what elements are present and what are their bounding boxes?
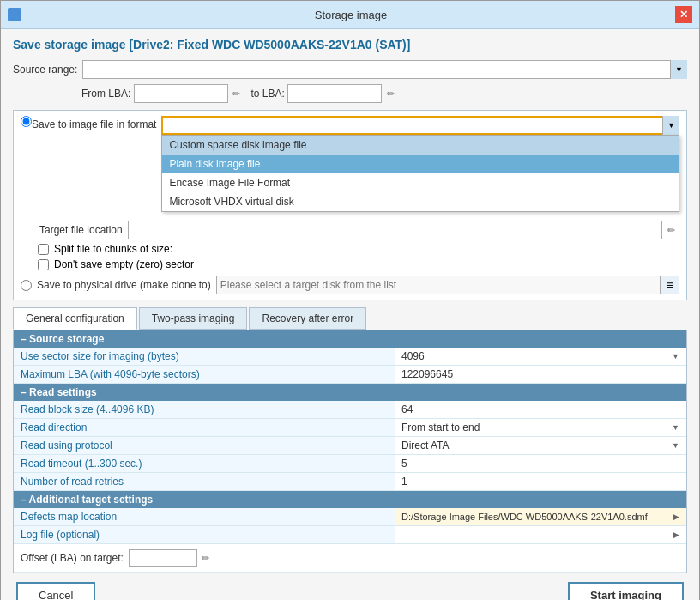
format-option-2[interactable]: Encase Image File Format xyxy=(162,173,679,192)
defects-val: D:/Storage Image Files/WDC WD5000AAKS-22… xyxy=(401,512,648,522)
max-lba-label: Maximum LBA (with 4096-byte sectors) xyxy=(14,366,395,383)
log-label: Log file (optional) xyxy=(14,526,395,543)
direction-arrow: ▼ xyxy=(672,423,679,432)
log-arrow: ▶ xyxy=(673,530,679,539)
from-lba-edit-icon[interactable]: ✏ xyxy=(228,85,245,102)
to-lba-input[interactable]: 122096645 xyxy=(287,84,382,103)
block-size-val: 64 xyxy=(401,403,413,415)
split-label: Split file to chunks of size: xyxy=(54,243,172,255)
source-range-row: Source range: Entire storage: full bit-t… xyxy=(13,60,687,79)
sector-size-label: Use sector size for imaging (bytes) xyxy=(14,348,395,365)
offset-row: Offset (LBA) on target: 0 ✏ xyxy=(14,544,686,573)
radio-image[interactable] xyxy=(21,116,32,127)
format-option-0[interactable]: Custom sparse disk image file xyxy=(162,136,679,155)
max-lba-value: 122096645 xyxy=(395,366,686,383)
from-lba-input[interactable]: 0 xyxy=(134,84,228,103)
offset-label: Offset (LBA) on target: xyxy=(21,552,124,564)
title-bar: Storage image ✕ xyxy=(1,1,699,29)
radio-physical[interactable] xyxy=(21,280,32,291)
format-row: Save to image file in format Custom spar… xyxy=(21,116,679,135)
config-row-sector-size: Use sector size for imaging (bytes) 4096… xyxy=(14,348,686,366)
to-lba-label: to LBA: xyxy=(250,88,284,100)
protocol-label: Read using protocol xyxy=(14,437,395,454)
sector-size-arrow: ▼ xyxy=(672,352,679,361)
start-imaging-button[interactable]: Start imaging xyxy=(568,582,684,600)
radio-image-label: Save to image file in format xyxy=(32,116,156,130)
defects-row: Defects map location D:/Storage Image Fi… xyxy=(14,508,686,526)
protocol-val: Direct ATA xyxy=(401,439,450,452)
physical-list-icon[interactable]: ≡ xyxy=(661,276,679,294)
log-value: ▶ xyxy=(395,526,686,543)
physical-input[interactable] xyxy=(216,276,661,294)
from-lba-label: From LBA: xyxy=(81,88,130,100)
main-window: Storage image ✕ Save storage image [Driv… xyxy=(0,0,700,600)
save-options-section: Save to image file in format Custom spar… xyxy=(13,110,687,300)
target-file-input[interactable]: D:/Storage xyxy=(128,221,662,239)
offset-edit-icon[interactable]: ✏ xyxy=(197,549,214,567)
max-lba-val: 122096645 xyxy=(401,368,453,380)
read-settings-header: – Read settings xyxy=(14,384,686,401)
tab-recovery[interactable]: Recovery after error xyxy=(249,307,366,330)
timeout-val: 5 xyxy=(401,458,407,470)
config-row-direction: Read direction From start to end ▼ xyxy=(14,419,686,437)
source-range-select-wrapper: Entire storage: full bit-to-bit disk ima… xyxy=(82,60,687,79)
defects-value: D:/Storage Image Files/WDC WD5000AAKS-22… xyxy=(395,508,686,525)
dont-save-checkbox[interactable] xyxy=(38,259,49,270)
timeout-value: 5 xyxy=(395,455,686,472)
window-body: Save storage image [Drive2: Fixed WDC WD… xyxy=(1,29,699,600)
log-row: Log file (optional) ▶ xyxy=(14,526,686,544)
format-dropdown: Custom sparse disk image file Plain disk… xyxy=(161,135,679,212)
physical-row: Save to physical drive (make clone to) ≡ xyxy=(21,276,679,294)
to-lba-edit-icon[interactable]: ✏ xyxy=(382,85,399,102)
format-select-wrapper: Custom sparse disk image file ▼ Custom s… xyxy=(161,116,679,135)
radio-physical-label: Save to physical drive (make clone to) xyxy=(37,279,211,291)
direction-value: From start to end ▼ xyxy=(395,419,686,436)
format-option-1[interactable]: Plain disk image file xyxy=(162,155,679,173)
config-row-max-lba: Maximum LBA (with 4096-byte sectors) 122… xyxy=(14,366,686,384)
config-row-retries: Number of read retries 1 xyxy=(14,473,686,491)
main-title: Save storage image [Drive2: Fixed WDC WD… xyxy=(13,38,687,52)
defects-arrow: ▶ xyxy=(673,512,679,521)
config-row-block-size: Read block size (4..4096 KB) 64 xyxy=(14,401,686,419)
retries-value: 1 xyxy=(395,473,686,490)
direction-val: From start to end xyxy=(401,421,480,433)
target-row: Target file location D:/Storage ✏ xyxy=(21,221,679,239)
split-checkbox-row: Split file to chunks of size: xyxy=(21,243,679,255)
tabs-bar: General configuration Two-pass imaging R… xyxy=(13,307,687,330)
retries-label: Number of read retries xyxy=(14,473,395,490)
dont-save-label: Don't save empty (zero) sector xyxy=(54,258,194,270)
config-row-timeout: Read timeout (1..300 sec.) 5 xyxy=(14,455,686,473)
tab-general[interactable]: General configuration xyxy=(13,307,137,330)
block-size-value: 64 xyxy=(395,401,686,418)
direction-label: Read direction xyxy=(14,419,395,436)
buttons-row: Cancel Start imaging xyxy=(13,573,687,600)
target-file-label: Target file location xyxy=(21,224,123,236)
window-title: Storage image xyxy=(27,9,675,21)
additional-header: – Additional target settings xyxy=(14,491,686,508)
protocol-arrow: ▼ xyxy=(672,441,679,450)
close-button[interactable]: ✕ xyxy=(675,6,692,23)
tab-two-pass[interactable]: Two-pass imaging xyxy=(139,307,248,330)
tab-content: – Source storage Use sector size for ima… xyxy=(13,330,687,573)
defects-label: Defects map location xyxy=(14,508,395,525)
source-storage-header: – Source storage xyxy=(14,330,686,348)
dont-save-checkbox-row: Don't save empty (zero) sector xyxy=(21,258,679,270)
sector-size-val: 4096 xyxy=(401,350,425,362)
source-range-label: Source range: xyxy=(13,64,77,76)
offset-input[interactable]: 0 xyxy=(129,549,197,567)
config-row-protocol: Read using protocol Direct ATA ▼ xyxy=(14,437,686,455)
app-icon xyxy=(8,8,21,21)
target-edit-icon[interactable]: ✏ xyxy=(662,221,679,239)
protocol-value: Direct ATA ▼ xyxy=(395,437,686,454)
format-input[interactable]: Custom sparse disk image file xyxy=(161,116,679,135)
lba-row: From LBA: 0 ✏ to LBA: 122096645 ✏ xyxy=(13,84,687,103)
timeout-label: Read timeout (1..300 sec.) xyxy=(14,455,395,472)
block-size-label: Read block size (4..4096 KB) xyxy=(14,401,395,418)
source-range-input[interactable]: Entire storage: full bit-to-bit disk ima… xyxy=(82,60,687,79)
format-option-3[interactable]: Microsoft VHDX virtual disk xyxy=(162,192,679,211)
retries-val: 1 xyxy=(401,476,407,488)
split-checkbox[interactable] xyxy=(38,244,49,255)
title-bar-left xyxy=(8,8,27,21)
sector-size-value: 4096 ▼ xyxy=(395,348,686,365)
cancel-button[interactable]: Cancel xyxy=(16,582,95,600)
